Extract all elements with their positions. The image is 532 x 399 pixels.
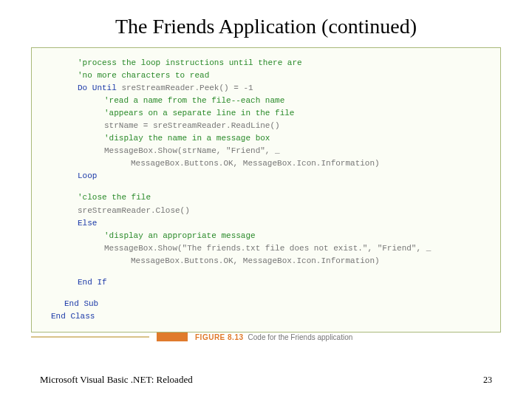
code-line: MessageBox.Buttons.OK, MessageBox.Icon.I… bbox=[47, 157, 488, 170]
blank-line bbox=[47, 289, 488, 298]
code-line: MessageBox.Buttons.OK, MessageBox.Icon.I… bbox=[47, 255, 488, 267]
figure-caption-row: FIGURE 8.13Code for the Friends applicat… bbox=[31, 332, 501, 341]
page-number: 23 bbox=[483, 375, 492, 386]
figure-label: FIGURE 8.13 bbox=[195, 333, 244, 341]
footer-text: Microsoft Visual Basic .NET: Reloaded bbox=[40, 374, 193, 386]
figure-caption: FIGURE 8.13Code for the Friends applicat… bbox=[195, 333, 352, 341]
code-comment: 'read a name from the file--each name bbox=[47, 95, 488, 107]
keyword: End If bbox=[47, 276, 488, 289]
code-comment: 'display an appropriate message bbox=[47, 230, 488, 242]
code-comment: 'display the name in a message box bbox=[47, 132, 488, 145]
keyword: Else bbox=[47, 217, 488, 230]
blank-line bbox=[47, 183, 488, 191]
keyword: Loop bbox=[47, 170, 488, 183]
code-text: sreStreamReader.Peek() = -1 bbox=[117, 83, 253, 92]
keyword: End Sub bbox=[47, 298, 488, 310]
code-block: 'process the loop instructions until the… bbox=[31, 47, 501, 332]
blank-line bbox=[47, 267, 488, 276]
figure-caption-text: Code for the Friends application bbox=[248, 333, 353, 341]
code-line: MessageBox.Show(strName, "Friend", _ bbox=[47, 145, 488, 157]
code-comment: 'close the file bbox=[47, 191, 488, 204]
code-line: sreStreamReader.Close() bbox=[47, 205, 488, 217]
code-comment: 'no more characters to read bbox=[47, 69, 488, 82]
caption-rule bbox=[31, 336, 149, 338]
code-line: strName = sreStreamReader.ReadLine() bbox=[47, 120, 488, 132]
code-line: MessageBox.Show("The friends.txt file do… bbox=[47, 242, 488, 255]
caption-accent-block bbox=[157, 332, 188, 341]
keyword: End Class bbox=[47, 310, 488, 323]
footer: Microsoft Visual Basic .NET: Reloaded 23 bbox=[40, 374, 492, 386]
code-comment: 'process the loop instructions until the… bbox=[47, 57, 488, 69]
slide-title: The Friends Application (continued) bbox=[0, 15, 532, 38]
code-comment: 'appears on a separate line in the file bbox=[47, 107, 488, 120]
code-line: Do Until sreStreamReader.Peek() = -1 bbox=[47, 82, 488, 95]
keyword: Do Until bbox=[78, 83, 117, 92]
